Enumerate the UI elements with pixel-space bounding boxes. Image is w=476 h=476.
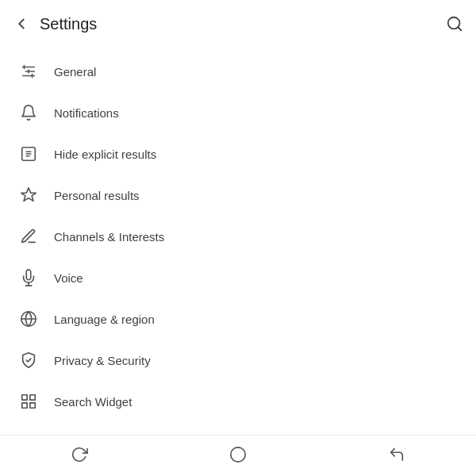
notifications-label: Notifications [54,106,119,120]
settings-list: General Notifications Hide [0,44,476,435]
header: Settings [0,0,476,44]
svg-rect-18 [30,403,35,408]
search-widget-label: Search Widget [54,395,132,409]
voice-label: Voice [54,271,83,285]
bottom-nav [0,435,476,476]
settings-item-language-region[interactable]: Language & region [0,298,476,340]
settings-item-notifications[interactable]: Notifications [0,92,476,133]
page-title: Settings [40,15,97,33]
settings-item-about[interactable]: About [0,422,476,435]
settings-item-general[interactable]: General [0,51,476,92]
general-icon [19,62,38,81]
privacy-security-label: Privacy & Security [54,354,151,367]
settings-item-hide-explicit[interactable]: Hide explicit results [0,133,476,175]
app-container: Settings General [0,0,476,476]
language-region-label: Language & region [54,313,155,326]
svg-rect-16 [22,395,27,400]
svg-rect-17 [30,395,35,400]
channels-interests-icon [19,227,38,246]
search-button[interactable] [446,15,463,33]
svg-line-1 [458,27,461,30]
voice-icon [19,268,38,287]
nav-back-button[interactable] [379,437,414,472]
settings-item-search-widget[interactable]: Search Widget [0,381,476,422]
settings-item-voice[interactable]: Voice [0,257,476,298]
nav-refresh-button[interactable] [62,437,97,472]
svg-point-23 [231,447,245,461]
hide-explicit-icon [19,144,38,163]
hide-explicit-label: Hide explicit results [54,148,156,161]
settings-item-privacy-security[interactable]: Privacy & Security [0,340,476,381]
general-label: General [54,65,96,79]
notifications-icon [19,103,38,122]
settings-item-personal-results[interactable]: Personal results [0,175,476,216]
channels-interests-label: Channels & Interests [54,230,164,244]
search-widget-icon [19,392,38,411]
personal-results-label: Personal results [54,189,140,202]
personal-results-icon [19,186,38,205]
nav-home-button[interactable] [221,437,255,472]
settings-item-channels-interests[interactable]: Channels & Interests [0,216,476,257]
header-left: Settings [13,15,97,33]
privacy-security-icon [19,351,38,370]
back-button[interactable] [13,15,30,33]
svg-rect-19 [22,403,27,408]
language-region-icon [19,309,38,328]
